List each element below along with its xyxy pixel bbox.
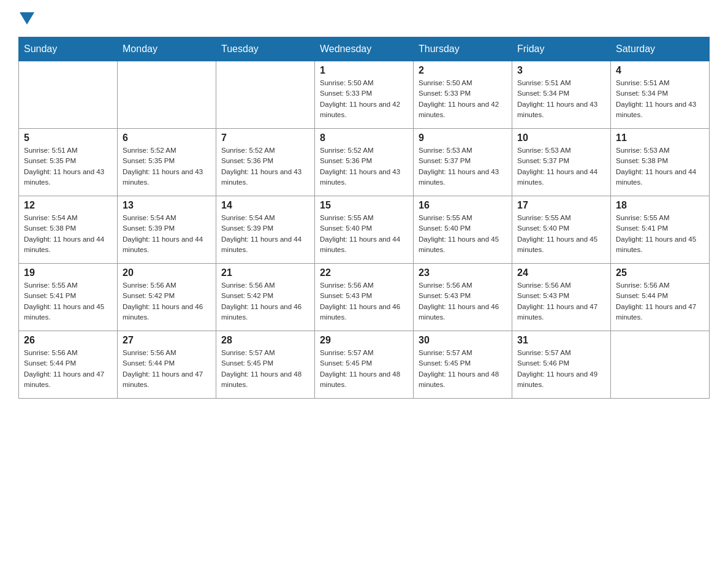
day-cell: 20Sunrise: 5:56 AM Sunset: 5:42 PM Dayli… [118,264,216,331]
day-number: 8 [320,132,408,144]
week-row-3: 12Sunrise: 5:54 AM Sunset: 5:38 PM Dayli… [19,196,710,264]
day-number: 28 [221,335,309,346]
day-number: 3 [517,65,605,76]
day-number: 1 [320,65,408,76]
day-info: Sunrise: 5:53 AM Sunset: 5:37 PM Dayligh… [419,145,507,188]
day-cell: 24Sunrise: 5:56 AM Sunset: 5:43 PM Dayli… [512,264,611,331]
day-cell: 30Sunrise: 5:57 AM Sunset: 5:45 PM Dayli… [414,331,512,399]
day-cell: 4Sunrise: 5:51 AM Sunset: 5:34 PM Daylig… [611,61,710,129]
day-info: Sunrise: 5:55 AM Sunset: 5:40 PM Dayligh… [419,213,507,255]
day-cell [611,331,710,399]
day-cell [216,61,315,129]
day-info: Sunrise: 5:57 AM Sunset: 5:45 PM Dayligh… [419,348,507,390]
day-cell: 3Sunrise: 5:51 AM Sunset: 5:34 PM Daylig… [512,61,611,129]
day-cell: 9Sunrise: 5:53 AM Sunset: 5:37 PM Daylig… [414,129,512,196]
column-header-friday: Friday [512,37,611,61]
day-cell: 15Sunrise: 5:55 AM Sunset: 5:40 PM Dayli… [315,196,414,264]
day-number: 23 [419,267,507,278]
column-header-wednesday: Wednesday [315,37,414,61]
day-info: Sunrise: 5:56 AM Sunset: 5:42 PM Dayligh… [221,280,309,323]
calendar-header-row: SundayMondayTuesdayWednesdayThursdayFrid… [19,37,710,61]
logo-triangle-icon [20,12,34,25]
day-number: 5 [24,132,112,144]
day-cell: 22Sunrise: 5:56 AM Sunset: 5:43 PM Dayli… [315,264,414,331]
day-info: Sunrise: 5:54 AM Sunset: 5:38 PM Dayligh… [24,213,112,255]
week-row-4: 19Sunrise: 5:55 AM Sunset: 5:41 PM Dayli… [19,264,710,331]
day-number: 22 [320,267,408,278]
day-cell: 28Sunrise: 5:57 AM Sunset: 5:45 PM Dayli… [216,331,315,399]
day-number: 11 [616,132,704,144]
day-number: 25 [616,267,704,278]
day-info: Sunrise: 5:55 AM Sunset: 5:41 PM Dayligh… [616,213,704,255]
day-cell: 23Sunrise: 5:56 AM Sunset: 5:43 PM Dayli… [414,264,512,331]
day-info: Sunrise: 5:50 AM Sunset: 5:33 PM Dayligh… [320,78,408,120]
day-number: 24 [517,267,605,278]
day-number: 17 [517,200,605,211]
day-number: 21 [221,267,309,278]
day-cell: 5Sunrise: 5:51 AM Sunset: 5:35 PM Daylig… [19,129,118,196]
day-number: 30 [419,335,507,346]
column-header-thursday: Thursday [414,37,512,61]
day-number: 26 [24,335,112,346]
week-row-1: 1Sunrise: 5:50 AM Sunset: 5:33 PM Daylig… [19,61,710,129]
day-number: 18 [616,200,704,211]
day-cell: 18Sunrise: 5:55 AM Sunset: 5:41 PM Dayli… [611,196,710,264]
day-cell: 27Sunrise: 5:56 AM Sunset: 5:44 PM Dayli… [118,331,216,399]
day-cell: 11Sunrise: 5:53 AM Sunset: 5:38 PM Dayli… [611,129,710,196]
day-info: Sunrise: 5:57 AM Sunset: 5:45 PM Dayligh… [320,348,408,390]
day-info: Sunrise: 5:50 AM Sunset: 5:33 PM Dayligh… [419,78,507,120]
day-number: 16 [419,200,507,211]
day-info: Sunrise: 5:52 AM Sunset: 5:35 PM Dayligh… [123,145,211,188]
day-cell: 2Sunrise: 5:50 AM Sunset: 5:33 PM Daylig… [414,61,512,129]
day-info: Sunrise: 5:52 AM Sunset: 5:36 PM Dayligh… [221,145,309,188]
day-cell: 26Sunrise: 5:56 AM Sunset: 5:44 PM Dayli… [19,331,118,399]
day-info: Sunrise: 5:56 AM Sunset: 5:43 PM Dayligh… [320,280,408,323]
day-info: Sunrise: 5:56 AM Sunset: 5:42 PM Dayligh… [123,280,211,323]
logo [18,12,36,25]
day-cell: 14Sunrise: 5:54 AM Sunset: 5:39 PM Dayli… [216,196,315,264]
day-info: Sunrise: 5:56 AM Sunset: 5:43 PM Dayligh… [419,280,507,323]
column-header-sunday: Sunday [19,37,118,61]
day-number: 2 [419,65,507,76]
day-info: Sunrise: 5:53 AM Sunset: 5:37 PM Dayligh… [517,145,605,188]
day-info: Sunrise: 5:56 AM Sunset: 5:43 PM Dayligh… [517,280,605,323]
day-cell: 8Sunrise: 5:52 AM Sunset: 5:36 PM Daylig… [315,129,414,196]
day-cell: 25Sunrise: 5:56 AM Sunset: 5:44 PM Dayli… [611,264,710,331]
day-cell: 13Sunrise: 5:54 AM Sunset: 5:39 PM Dayli… [118,196,216,264]
day-number: 12 [24,200,112,211]
day-info: Sunrise: 5:51 AM Sunset: 5:34 PM Dayligh… [517,78,605,120]
day-cell: 1Sunrise: 5:50 AM Sunset: 5:33 PM Daylig… [315,61,414,129]
day-info: Sunrise: 5:54 AM Sunset: 5:39 PM Dayligh… [221,213,309,255]
day-number: 20 [123,267,211,278]
page-header [18,12,710,25]
day-cell: 7Sunrise: 5:52 AM Sunset: 5:36 PM Daylig… [216,129,315,196]
week-row-5: 26Sunrise: 5:56 AM Sunset: 5:44 PM Dayli… [19,331,710,399]
day-cell: 6Sunrise: 5:52 AM Sunset: 5:35 PM Daylig… [118,129,216,196]
day-info: Sunrise: 5:56 AM Sunset: 5:44 PM Dayligh… [616,280,704,323]
day-number: 9 [419,132,507,144]
day-cell [19,61,118,129]
day-cell: 17Sunrise: 5:55 AM Sunset: 5:40 PM Dayli… [512,196,611,264]
day-number: 27 [123,335,211,346]
day-info: Sunrise: 5:57 AM Sunset: 5:46 PM Dayligh… [517,348,605,390]
day-info: Sunrise: 5:57 AM Sunset: 5:45 PM Dayligh… [221,348,309,390]
day-number: 10 [517,132,605,144]
day-number: 7 [221,132,309,144]
day-info: Sunrise: 5:55 AM Sunset: 5:41 PM Dayligh… [24,280,112,323]
column-header-saturday: Saturday [611,37,710,61]
day-cell [118,61,216,129]
week-row-2: 5Sunrise: 5:51 AM Sunset: 5:35 PM Daylig… [19,129,710,196]
day-cell: 19Sunrise: 5:55 AM Sunset: 5:41 PM Dayli… [19,264,118,331]
day-cell: 29Sunrise: 5:57 AM Sunset: 5:45 PM Dayli… [315,331,414,399]
day-cell: 16Sunrise: 5:55 AM Sunset: 5:40 PM Dayli… [414,196,512,264]
day-number: 15 [320,200,408,211]
day-number: 29 [320,335,408,346]
day-cell: 12Sunrise: 5:54 AM Sunset: 5:38 PM Dayli… [19,196,118,264]
day-info: Sunrise: 5:53 AM Sunset: 5:38 PM Dayligh… [616,145,704,188]
day-info: Sunrise: 5:56 AM Sunset: 5:44 PM Dayligh… [24,348,112,390]
column-header-tuesday: Tuesday [216,37,315,61]
day-number: 31 [517,335,605,346]
day-info: Sunrise: 5:54 AM Sunset: 5:39 PM Dayligh… [123,213,211,255]
day-info: Sunrise: 5:55 AM Sunset: 5:40 PM Dayligh… [320,213,408,255]
day-info: Sunrise: 5:56 AM Sunset: 5:44 PM Dayligh… [123,348,211,390]
